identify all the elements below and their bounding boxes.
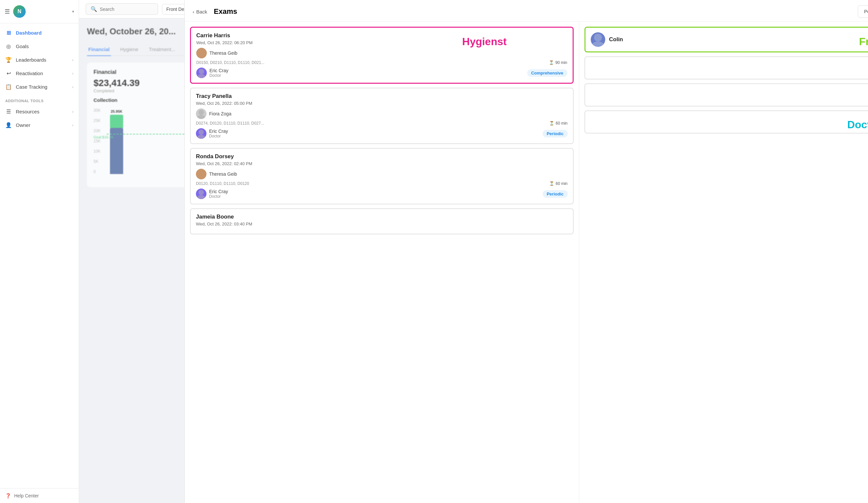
sidebar-item-label: Dashboard [16, 30, 41, 36]
hygienist-name: Theresa Geib [209, 171, 237, 177]
doctor-avatar [196, 68, 207, 78]
patient-name: Tracy Panella [196, 93, 568, 100]
right-card-colin[interactable]: Colin In-Progress → [585, 27, 868, 52]
filter-buttons: Pending 9 Completed 0 All 9 [858, 5, 868, 18]
sidebar-item-label: Owner [16, 122, 30, 128]
dashboard-icon: ⊞ [5, 30, 12, 36]
svg-point-5 [197, 115, 205, 119]
exam-card-ronda-dorsey[interactable]: Ronda Dorsey Wed, Oct 26, 2022: 02:40 PM… [190, 148, 574, 204]
exam-type-badge: Comprehensive [527, 69, 567, 77]
help-center-link[interactable]: ❓ Help Center [0, 488, 79, 503]
tab-treatment[interactable]: Treatment... [147, 43, 176, 56]
hygienist-name: Theresa Geib [209, 50, 237, 56]
sidebar-item-dashboard[interactable]: ⊞ Dashboard [0, 26, 79, 40]
sidebar-item-owner[interactable]: 👤 Owner › [0, 118, 79, 132]
patient-name: Jameia Boone [196, 214, 568, 220]
svg-point-2 [199, 69, 204, 74]
svg-point-4 [198, 110, 204, 115]
panel-body: Carrie Harris Wed, Oct 26, 2022: 06:20 P… [185, 21, 868, 503]
procedure-codes: D0120, D1110, D1110, D0120 [196, 181, 249, 186]
owner-icon: 👤 [5, 122, 12, 128]
chevron-down-icon[interactable]: ▾ [72, 9, 74, 14]
reactivation-icon: ↩ [5, 70, 12, 77]
doctor-name: Eric Cray [209, 189, 228, 194]
exam-type-badge: Periodic [542, 130, 567, 138]
sidebar-item-label: Goals [16, 43, 29, 49]
patient-avatar [591, 32, 605, 47]
right-card-claim-3: ⊕ + Claim Aftercare [585, 110, 868, 133]
doctor-row: Eric Cray Doctor Comprehensive [196, 68, 567, 78]
sidebar-header: ☰ N ▾ [0, 0, 79, 23]
svg-point-11 [197, 195, 205, 199]
duration-badge: ⏳ 60 min [549, 181, 567, 186]
doctor-row: Eric Cray Doctor Periodic [196, 189, 568, 199]
filter-pending-button[interactable]: Pending 9 [858, 5, 868, 18]
duration-badge: ⏳ 90 min [549, 60, 567, 65]
sidebar-item-label: Resources [16, 109, 40, 114]
svg-point-9 [197, 175, 205, 179]
right-card-claim-2: ⊕ + Claim Aftercare [585, 83, 868, 107]
sidebar-item-label: Leaderboards [16, 57, 46, 63]
sidebar-item-goals[interactable]: ◎ Goals [0, 40, 79, 53]
sidebar-navigation: ⊞ Dashboard ◎ Goals 🏆 Leaderboards › ↩ R… [0, 23, 79, 488]
exam-type-badge: Periodic [542, 190, 567, 198]
chevron-right-icon: › [72, 85, 73, 89]
appointment-time: Wed, Oct 26, 2022: 06:20 PM [196, 40, 567, 45]
doctor-avatar [196, 189, 206, 199]
hygienist-name: Fiora Zoga [209, 111, 231, 117]
search-box[interactable]: 🔍 [86, 3, 158, 15]
back-button[interactable]: ‹ Back [193, 9, 207, 14]
doctor-avatar [196, 128, 206, 139]
left-exam-list: Carrie Harris Wed, Oct 26, 2022: 06:20 P… [185, 21, 579, 503]
leaderboards-icon: 🏆 [5, 57, 12, 63]
resources-icon: ☰ [5, 109, 12, 115]
doctor-role: Doctor [209, 134, 228, 139]
sidebar-item-leaderboards[interactable]: 🏆 Leaderboards › [0, 53, 79, 67]
exam-card-carrie-harris[interactable]: Carrie Harris Wed, Oct 26, 2022: 06:20 P… [190, 27, 574, 84]
svg-point-10 [198, 190, 204, 195]
svg-point-12 [594, 34, 602, 41]
hygienist-avatar [196, 169, 206, 179]
appointment-time: Wed, Oct 26, 2022: 02:40 PM [196, 161, 568, 166]
svg-point-3 [198, 74, 206, 78]
search-input[interactable] [100, 7, 153, 12]
menu-icon[interactable]: ☰ [4, 8, 10, 15]
svg-point-7 [197, 135, 205, 139]
procedure-codes: D0150, D0210, D1110, D1110, D021... [196, 60, 265, 65]
doctor-row: Eric Cray Doctor Periodic [196, 128, 568, 139]
duration-badge: ⏳ 60 min [549, 121, 567, 125]
right-exam-list: Colin In-Progress → ⊕ + Claim Aftercare [579, 21, 868, 503]
sidebar-item-case-tracking[interactable]: 📋 Case Tracking › [0, 80, 79, 94]
codes-row: D0150, D0210, D1110, D1110, D021... ⏳ 90… [196, 60, 567, 65]
hygienist-row: Theresa Geib [196, 48, 567, 58]
search-icon: 🔍 [91, 6, 97, 12]
tab-hygiene[interactable]: Hygiene [119, 43, 140, 56]
tab-financial[interactable]: Financial [87, 43, 111, 56]
chevron-left-icon: ‹ [193, 9, 194, 14]
hygienist-row: Theresa Geib [196, 169, 568, 179]
svg-point-8 [198, 170, 204, 175]
hygienist-avatar [196, 48, 207, 58]
patient-name: Ronda Dorsey [196, 153, 568, 160]
panel-title: Exams [214, 7, 237, 16]
exam-card-jameia-boone[interactable]: Jameia Boone Wed, Oct 26, 2022: 03:40 PM [190, 208, 574, 234]
doctor-role: Doctor [209, 73, 228, 78]
procedure-codes: D0274, D0120, D1110, D1110, D027... [196, 121, 264, 125]
doctor-role: Doctor [209, 194, 228, 199]
sidebar-item-resources[interactable]: ☰ Resources › [0, 105, 79, 118]
svg-point-0 [199, 49, 204, 54]
sidebar-item-reactivation[interactable]: ↩ Reactivation › [0, 67, 79, 80]
svg-point-13 [592, 41, 604, 47]
svg-point-6 [198, 130, 204, 135]
case-tracking-icon: 📋 [5, 84, 12, 90]
appointment-time: Wed, Oct 26, 2022: 03:40 PM [196, 221, 568, 227]
exams-panel: ‹ Back Exams Pending 9 Completed 0 All 9 [184, 0, 868, 503]
right-card-claim-1: ⊕ + Claim Aftercare [585, 56, 868, 79]
exam-card-tracy-panella[interactable]: Tracy Panella Wed, Oct 26, 2022: 05:00 P… [190, 88, 574, 144]
patient-name: Carrie Harris [196, 32, 567, 39]
chevron-right-icon: › [72, 123, 73, 128]
appointment-time: Wed, Oct 26, 2022: 05:00 PM [196, 101, 568, 106]
logo: N [13, 5, 26, 18]
main-area: 🔍 Front Desk ▾ 🌐 Noble D... Day... Wed, … [79, 0, 868, 503]
help-icon: ❓ [5, 493, 11, 499]
